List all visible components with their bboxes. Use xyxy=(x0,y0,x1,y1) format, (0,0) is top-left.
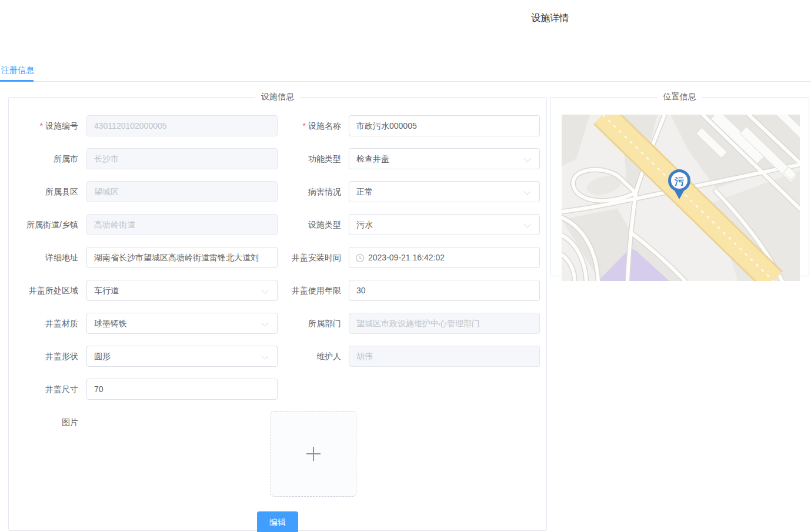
image-upload-box[interactable] xyxy=(271,411,356,497)
cover-shape-label: 井盖形状 xyxy=(9,346,78,367)
install-time-label: 井盖安装时间 xyxy=(241,247,341,268)
service-life-input[interactable]: 30 xyxy=(349,280,540,301)
cover-size-label: 井盖尺寸 xyxy=(9,379,78,400)
service-life-label: 井盖使用年限 xyxy=(241,280,341,301)
county-label: 所属县区 xyxy=(9,181,78,202)
chevron-down-icon xyxy=(523,188,531,195)
address-label: 详细地址 xyxy=(9,247,78,268)
facility-info-section: 设施信息 *设施编号 4301120102000005 *设施名称 市政污水00… xyxy=(8,92,547,531)
cover-area-label: 井盖所处区域 xyxy=(9,280,78,301)
disease-status-label: 病害情况 xyxy=(241,181,341,202)
facility-type-select[interactable]: 污水 xyxy=(349,214,540,235)
chevron-down-icon xyxy=(523,155,531,162)
cover-material-label: 井盖材质 xyxy=(9,313,78,334)
department-label: 所属部门 xyxy=(241,313,341,334)
plus-icon xyxy=(306,447,321,461)
tab-registration[interactable]: 注册信息 xyxy=(1,65,34,76)
clock-icon xyxy=(355,253,365,263)
department-input: 望城区市政设施维护中心管理部门 xyxy=(349,313,540,334)
maintainer-input: 胡伟 xyxy=(349,346,540,367)
location-info-section: 位置信息 xyxy=(550,92,809,276)
marker-label: 污 xyxy=(674,176,684,186)
map-canvas: 污 xyxy=(562,115,800,281)
city-label: 所属市 xyxy=(9,148,78,169)
map[interactable]: 污 xyxy=(562,115,800,281)
maintainer-label: 维护人 xyxy=(241,346,341,367)
chevron-down-icon xyxy=(523,220,531,228)
function-type-select[interactable]: 检查井盖 xyxy=(349,148,540,169)
edit-button[interactable]: 编辑 xyxy=(257,511,298,532)
street-label: 所属街道/乡镇 xyxy=(9,214,78,235)
install-time-picker[interactable]: 2023-09-21 16:42:02 xyxy=(349,247,540,268)
facility-name-input[interactable]: 市政污水000005 xyxy=(349,115,540,136)
disease-status-select[interactable]: 正常 xyxy=(349,181,540,202)
tab-active-underline xyxy=(0,80,34,82)
facility-type-label: 设施类型 xyxy=(241,214,341,235)
facility-code-label: *设施编号 xyxy=(9,115,78,136)
image-label: 图片 xyxy=(9,411,78,433)
location-info-legend: 位置信息 xyxy=(658,92,702,102)
required-mark: * xyxy=(40,121,43,131)
tabs-divider xyxy=(0,81,811,82)
cover-size-input[interactable]: 70 xyxy=(86,379,278,400)
required-mark: * xyxy=(303,121,306,131)
function-type-label: 功能类型 xyxy=(241,148,341,169)
facility-info-legend: 设施信息 xyxy=(255,92,300,102)
facility-name-label: *设施名称 xyxy=(241,115,341,136)
page-title: 设施详情 xyxy=(531,12,569,25)
